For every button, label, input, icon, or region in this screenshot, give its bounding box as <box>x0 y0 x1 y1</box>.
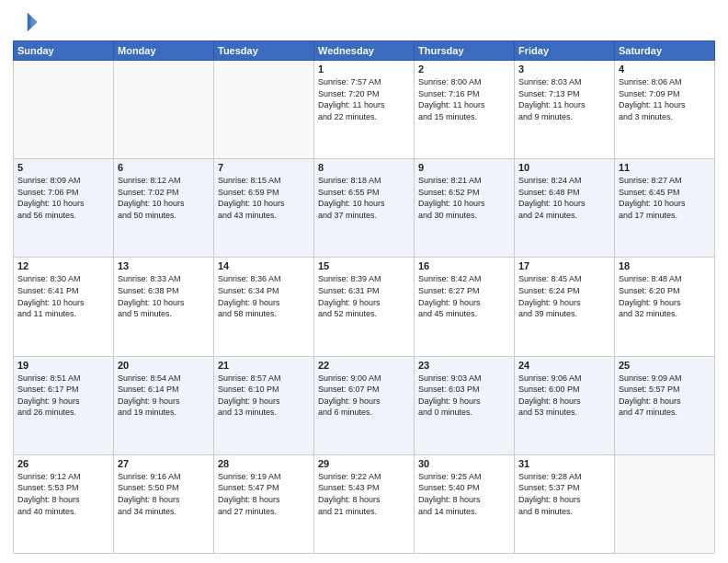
day-number: 10 <box>518 162 610 173</box>
page: SundayMondayTuesdayWednesdayThursdayFrid… <box>0 0 728 563</box>
calendar-cell: 13Sunrise: 8:33 AM Sunset: 6:38 PM Dayli… <box>114 258 214 356</box>
calendar-cell: 27Sunrise: 9:16 AM Sunset: 5:50 PM Dayli… <box>114 454 214 553</box>
weekday-header-friday: Friday <box>515 41 615 61</box>
calendar-cell <box>114 61 214 159</box>
calendar-cell: 8Sunrise: 8:18 AM Sunset: 6:55 PM Daylig… <box>314 159 415 258</box>
calendar-cell: 31Sunrise: 9:28 AM Sunset: 5:37 PM Dayli… <box>515 454 615 553</box>
day-info: Sunrise: 8:21 AM Sunset: 6:52 PM Dayligh… <box>418 175 510 221</box>
day-number: 17 <box>518 260 610 271</box>
calendar-week-3: 12Sunrise: 8:30 AM Sunset: 6:41 PM Dayli… <box>14 258 715 356</box>
day-number: 6 <box>118 162 210 173</box>
weekday-header-row: SundayMondayTuesdayWednesdayThursdayFrid… <box>14 41 715 61</box>
day-info: Sunrise: 8:00 AM Sunset: 7:16 PM Dayligh… <box>418 76 510 122</box>
day-number: 27 <box>118 458 210 469</box>
day-number: 23 <box>418 360 510 371</box>
day-number: 22 <box>318 360 410 371</box>
day-info: Sunrise: 9:25 AM Sunset: 5:40 PM Dayligh… <box>418 471 510 517</box>
day-number: 31 <box>518 458 610 469</box>
day-info: Sunrise: 9:06 AM Sunset: 6:00 PM Dayligh… <box>518 373 610 419</box>
day-info: Sunrise: 8:33 AM Sunset: 6:38 PM Dayligh… <box>118 273 210 319</box>
calendar-cell: 25Sunrise: 9:09 AM Sunset: 5:57 PM Dayli… <box>615 356 715 454</box>
weekday-header-saturday: Saturday <box>615 41 715 61</box>
calendar-cell: 22Sunrise: 9:00 AM Sunset: 6:07 PM Dayli… <box>314 356 415 454</box>
day-number: 25 <box>619 360 711 371</box>
day-info: Sunrise: 9:16 AM Sunset: 5:50 PM Dayligh… <box>118 471 210 517</box>
day-info: Sunrise: 8:57 AM Sunset: 6:10 PM Dayligh… <box>218 373 310 419</box>
calendar-cell: 19Sunrise: 8:51 AM Sunset: 6:17 PM Dayli… <box>14 356 114 454</box>
calendar-cell: 14Sunrise: 8:36 AM Sunset: 6:34 PM Dayli… <box>214 258 314 356</box>
day-number: 4 <box>619 63 711 75</box>
calendar-cell: 2Sunrise: 8:00 AM Sunset: 7:16 PM Daylig… <box>415 61 515 159</box>
day-info: Sunrise: 7:57 AM Sunset: 7:20 PM Dayligh… <box>318 76 410 122</box>
calendar-cell: 30Sunrise: 9:25 AM Sunset: 5:40 PM Dayli… <box>415 454 515 553</box>
day-info: Sunrise: 9:19 AM Sunset: 5:47 PM Dayligh… <box>218 471 310 517</box>
day-info: Sunrise: 8:24 AM Sunset: 6:48 PM Dayligh… <box>518 175 610 221</box>
day-number: 19 <box>17 360 109 371</box>
calendar-cell: 18Sunrise: 8:48 AM Sunset: 6:20 PM Dayli… <box>615 258 715 356</box>
calendar-week-2: 5Sunrise: 8:09 AM Sunset: 7:06 PM Daylig… <box>14 159 715 258</box>
day-info: Sunrise: 8:54 AM Sunset: 6:14 PM Dayligh… <box>118 373 210 419</box>
svg-marker-1 <box>30 16 37 29</box>
calendar-cell: 26Sunrise: 9:12 AM Sunset: 5:53 PM Dayli… <box>14 454 114 553</box>
day-info: Sunrise: 9:12 AM Sunset: 5:53 PM Dayligh… <box>17 471 109 517</box>
day-number: 9 <box>418 162 510 173</box>
logo <box>13 9 42 35</box>
day-number: 24 <box>518 360 610 371</box>
day-number: 12 <box>17 260 109 271</box>
calendar-cell <box>615 454 715 553</box>
day-number: 14 <box>218 260 310 271</box>
day-number: 26 <box>17 458 109 469</box>
weekday-header-tuesday: Tuesday <box>214 41 314 61</box>
calendar-week-5: 26Sunrise: 9:12 AM Sunset: 5:53 PM Dayli… <box>14 454 715 553</box>
calendar-week-1: 1Sunrise: 7:57 AM Sunset: 7:20 PM Daylig… <box>14 61 715 159</box>
day-info: Sunrise: 8:03 AM Sunset: 7:13 PM Dayligh… <box>518 76 610 122</box>
day-info: Sunrise: 9:03 AM Sunset: 6:03 PM Dayligh… <box>418 373 510 419</box>
day-number: 29 <box>318 458 410 469</box>
day-number: 11 <box>619 162 711 173</box>
day-info: Sunrise: 8:39 AM Sunset: 6:31 PM Dayligh… <box>318 273 410 319</box>
day-number: 1 <box>318 63 410 75</box>
calendar-cell: 5Sunrise: 8:09 AM Sunset: 7:06 PM Daylig… <box>14 159 114 258</box>
day-number: 20 <box>118 360 210 371</box>
day-info: Sunrise: 8:15 AM Sunset: 6:59 PM Dayligh… <box>218 175 310 221</box>
calendar-cell: 29Sunrise: 9:22 AM Sunset: 5:43 PM Dayli… <box>314 454 415 553</box>
day-info: Sunrise: 8:51 AM Sunset: 6:17 PM Dayligh… <box>17 373 109 419</box>
calendar-cell: 9Sunrise: 8:21 AM Sunset: 6:52 PM Daylig… <box>415 159 515 258</box>
day-number: 15 <box>318 260 410 271</box>
header <box>13 9 715 35</box>
calendar-cell: 12Sunrise: 8:30 AM Sunset: 6:41 PM Dayli… <box>14 258 114 356</box>
day-info: Sunrise: 8:06 AM Sunset: 7:09 PM Dayligh… <box>619 76 711 122</box>
day-info: Sunrise: 8:27 AM Sunset: 6:45 PM Dayligh… <box>619 175 711 221</box>
day-info: Sunrise: 8:45 AM Sunset: 6:24 PM Dayligh… <box>518 273 610 319</box>
day-info: Sunrise: 8:36 AM Sunset: 6:34 PM Dayligh… <box>218 273 310 319</box>
calendar-cell: 6Sunrise: 8:12 AM Sunset: 7:02 PM Daylig… <box>114 159 214 258</box>
calendar: SundayMondayTuesdayWednesdayThursdayFrid… <box>13 40 715 554</box>
day-number: 5 <box>17 162 109 173</box>
day-number: 16 <box>418 260 510 271</box>
calendar-week-4: 19Sunrise: 8:51 AM Sunset: 6:17 PM Dayli… <box>14 356 715 454</box>
day-number: 7 <box>218 162 310 173</box>
calendar-cell: 11Sunrise: 8:27 AM Sunset: 6:45 PM Dayli… <box>615 159 715 258</box>
day-number: 30 <box>418 458 510 469</box>
calendar-cell: 21Sunrise: 8:57 AM Sunset: 6:10 PM Dayli… <box>214 356 314 454</box>
day-info: Sunrise: 9:22 AM Sunset: 5:43 PM Dayligh… <box>318 471 410 517</box>
day-number: 21 <box>218 360 310 371</box>
calendar-cell: 10Sunrise: 8:24 AM Sunset: 6:48 PM Dayli… <box>515 159 615 258</box>
calendar-cell: 23Sunrise: 9:03 AM Sunset: 6:03 PM Dayli… <box>415 356 515 454</box>
calendar-cell: 24Sunrise: 9:06 AM Sunset: 6:00 PM Dayli… <box>515 356 615 454</box>
day-number: 13 <box>118 260 210 271</box>
calendar-cell: 4Sunrise: 8:06 AM Sunset: 7:09 PM Daylig… <box>615 61 715 159</box>
day-info: Sunrise: 8:30 AM Sunset: 6:41 PM Dayligh… <box>17 273 109 319</box>
day-info: Sunrise: 8:48 AM Sunset: 6:20 PM Dayligh… <box>619 273 711 319</box>
day-info: Sunrise: 8:09 AM Sunset: 7:06 PM Dayligh… <box>17 175 109 221</box>
calendar-cell: 17Sunrise: 8:45 AM Sunset: 6:24 PM Dayli… <box>515 258 615 356</box>
calendar-cell: 1Sunrise: 7:57 AM Sunset: 7:20 PM Daylig… <box>314 61 415 159</box>
day-info: Sunrise: 8:12 AM Sunset: 7:02 PM Dayligh… <box>118 175 210 221</box>
calendar-cell: 3Sunrise: 8:03 AM Sunset: 7:13 PM Daylig… <box>515 61 615 159</box>
weekday-header-wednesday: Wednesday <box>314 41 415 61</box>
day-number: 3 <box>518 63 610 75</box>
calendar-cell: 20Sunrise: 8:54 AM Sunset: 6:14 PM Dayli… <box>114 356 214 454</box>
calendar-cell: 28Sunrise: 9:19 AM Sunset: 5:47 PM Dayli… <box>214 454 314 553</box>
weekday-header-monday: Monday <box>114 41 214 61</box>
day-info: Sunrise: 8:42 AM Sunset: 6:27 PM Dayligh… <box>418 273 510 319</box>
